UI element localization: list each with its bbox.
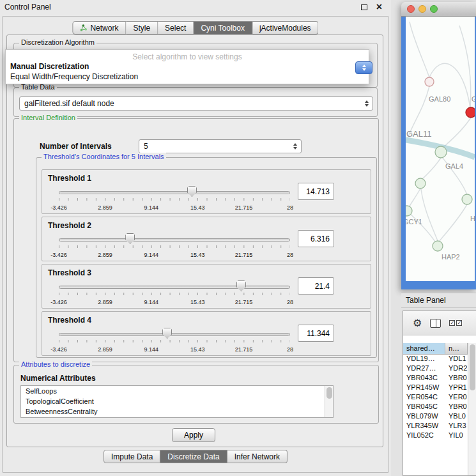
network-node-selected[interactable] (466, 107, 475, 118)
table-cell: YDR2 (445, 364, 468, 374)
table-row[interactable]: YPR145W YPR1 (403, 383, 468, 393)
threshold-slider[interactable]: -3.426 2.859 9.144 15.43 21.715 28 (59, 233, 290, 261)
close-icon[interactable]: × (376, 2, 382, 12)
list-scrollbar[interactable] (325, 386, 333, 417)
tab-impute-data[interactable]: Impute Data (104, 450, 160, 463)
apply-button[interactable]: Apply (172, 428, 215, 442)
scale-label: 15.43 (190, 204, 205, 211)
arrow-up-icon (362, 65, 366, 67)
tab-jactivemodules[interactable]: jActiveModules (252, 21, 319, 35)
scale-label: 9.144 (144, 252, 159, 258)
tab-cyni-toolbox[interactable]: Cyni Toolbox (194, 21, 252, 35)
slider-thumb[interactable] (162, 328, 172, 339)
network-node[interactable] (406, 206, 412, 216)
combobox-arrows-icon (365, 100, 369, 107)
scrollbar-thumb[interactable] (470, 344, 475, 390)
threshold-value-field[interactable] (298, 183, 334, 200)
threshold-label: Threshold 3 (48, 268, 91, 277)
tab-infer-network[interactable]: Infer Network (227, 450, 288, 463)
tab-style[interactable]: Style (126, 21, 158, 35)
scale-label: 9.144 (144, 346, 159, 353)
node-label-partial: G (472, 95, 475, 103)
slider-thumb[interactable] (236, 280, 246, 291)
tab-discretize-data[interactable]: Discretize Data (160, 450, 227, 463)
table-scrollbar[interactable] (468, 343, 476, 475)
num-intervals-combobox[interactable]: 5 (139, 139, 302, 153)
combobox-stepper-button[interactable] (355, 61, 372, 74)
list-item-betweennesscentrality[interactable]: BetweennessCentrality (21, 406, 333, 417)
tab-select[interactable]: Select (158, 21, 194, 35)
table-row[interactable]: YBL079W YBL0 (403, 412, 468, 422)
group-table-data: Table Data galFiltered.sif default node (13, 88, 378, 117)
gear-icon[interactable]: ⚙ (413, 318, 422, 328)
float-icon[interactable] (361, 4, 367, 10)
list-item-selfloops[interactable]: SelfLoops (21, 386, 333, 396)
dropdown-option-equal-width-frequency[interactable]: Equal Width/Frequency Discretization (6, 72, 369, 82)
window-title: Control Panel (4, 3, 51, 12)
scale-label: -3.426 (50, 252, 67, 258)
network-edge (410, 22, 429, 77)
threshold-panel-3: Threshold 3 -3.426 2.859 9.144 15.43 21.… (42, 264, 371, 309)
network-node[interactable] (433, 241, 443, 251)
table-row[interactable]: YBR045C YBR0 (403, 403, 468, 412)
slider-ticks (59, 245, 290, 248)
tab-network[interactable]: Network (72, 21, 126, 35)
network-node[interactable] (462, 194, 472, 204)
table-row[interactable]: YIL052C YIL0 (403, 431, 468, 441)
select-columns-icon[interactable]: ✓ ✓ (449, 320, 462, 326)
slider-thumb[interactable] (187, 186, 197, 197)
attributes-list[interactable]: SelfLoops TopologicalCoefficient Between… (20, 385, 334, 418)
scale-label: 21.715 (235, 204, 253, 211)
dropdown-option-manual-discretization[interactable]: Manual Discretization (6, 61, 369, 72)
table-row[interactable]: YER054C YER0 (403, 393, 468, 403)
table-data-combobox[interactable]: galFiltered.sif default node (19, 96, 373, 111)
list-item-topologicalcoefficient[interactable]: TopologicalCoefficient (21, 396, 333, 406)
table-row[interactable]: YDL19… YDL1 (403, 355, 468, 364)
table-row[interactable]: YBR043C YBR0 (403, 374, 468, 383)
scale-label: 2.859 (98, 204, 112, 211)
column-header-name[interactable]: n… (445, 343, 468, 355)
mac-minimize-button[interactable] (418, 5, 426, 13)
tab-label: Style (133, 24, 150, 33)
threshold-slider[interactable]: -3.426 2.859 9.144 15.43 21.715 28 (59, 327, 290, 355)
table-row[interactable]: YLR345W YLR3 (403, 422, 468, 431)
mac-close-button[interactable] (407, 5, 415, 13)
threshold-label: Threshold 1 (48, 174, 91, 183)
network-graph: GAL80 G GAL11 GAL4 GCY1 H HAP2 (406, 17, 475, 281)
control-panel-titlebar[interactable]: Control Panel × (0, 0, 391, 14)
mac-zoom-button[interactable] (430, 5, 438, 13)
slider-track[interactable] (59, 333, 290, 336)
scale-label: 9.144 (144, 204, 159, 211)
combobox-value: galFiltered.sif default node (24, 99, 114, 108)
network-window-titlebar[interactable] (401, 2, 476, 17)
threshold-value-field[interactable] (298, 230, 334, 247)
threshold-value-field[interactable] (298, 277, 334, 295)
columns-icon[interactable] (430, 319, 441, 328)
slider-thumb[interactable] (125, 233, 135, 244)
table-cell: YIL052C (403, 431, 445, 441)
scale-label: 9.144 (144, 299, 159, 305)
threshold-label: Threshold 4 (48, 316, 91, 325)
algorithm-dropdown-popup: Select algorithm to view settings Manual… (5, 49, 369, 84)
checkbox-icon: ✓ (456, 320, 462, 326)
network-node[interactable] (435, 146, 447, 158)
network-node[interactable] (415, 178, 426, 188)
threshold-value-field[interactable] (298, 325, 334, 342)
scrollbar-thumb[interactable] (326, 387, 332, 399)
column-header-shared-name[interactable]: shared… (403, 343, 445, 355)
threshold-panel-2: Threshold 2 -3.426 2.859 9.144 15.43 21.… (42, 217, 371, 261)
scale-label: 2.859 (98, 252, 112, 258)
node-label-gal80: GAL80 (429, 95, 450, 103)
num-intervals-label: Number of Intervals (40, 142, 112, 151)
network-canvas[interactable]: GAL80 G GAL11 GAL4 GCY1 H HAP2 (406, 17, 475, 281)
network-node[interactable] (425, 77, 434, 86)
slider-track[interactable] (59, 286, 290, 289)
slider-track[interactable] (59, 191, 290, 194)
node-label-gal4: GAL4 (445, 162, 463, 170)
threshold-slider[interactable]: -3.426 2.859 9.144 15.43 21.715 28 (59, 280, 290, 308)
table-cell: YBL079W (403, 412, 445, 422)
threshold-slider[interactable]: -3.426 2.859 9.144 15.43 21.715 28 (59, 185, 290, 213)
table-row[interactable]: YDR27… YDR2 (403, 364, 468, 374)
slider-track[interactable] (59, 238, 290, 242)
node-label-hap2: HAP2 (441, 253, 460, 261)
